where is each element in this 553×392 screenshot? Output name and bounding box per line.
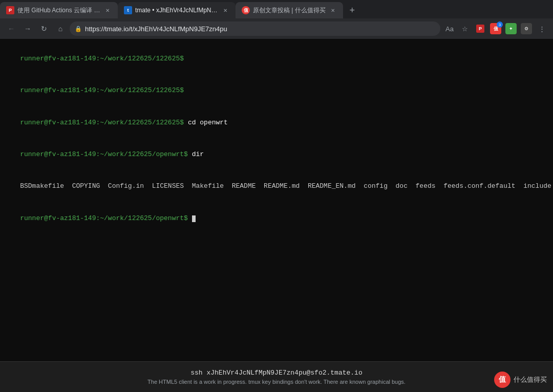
address-bar[interactable]: 🔒 https://tmate.io/t/xJhEhVr4JcNLfMpN9JE…	[70, 21, 440, 36]
extension-pf[interactable]: P	[473, 21, 487, 36]
tab-3-label: 原创文章投稿 | 什么值得买	[253, 6, 326, 15]
home-button[interactable]: ⌂	[53, 21, 68, 36]
terminal-line-5: BSDmakefile COPYING Config.in LICENSES M…	[0, 171, 553, 203]
tab-2-favicon-icon: t	[124, 6, 132, 14]
tab-bar: P 使用 GitHub Actions 云编译 Ope... ✕ t tmate…	[0, 0, 553, 18]
tab-3-favicon-icon: 值	[242, 6, 250, 14]
prompt-1: runner@fv-az181-149:~/work/122625/122625…	[20, 55, 184, 62]
command-3: cd openwrt	[184, 119, 228, 126]
browser-chrome: P 使用 GitHub Actions 云编译 Ope... ✕ t tmate…	[0, 0, 553, 39]
extension-dark[interactable]: ⚙	[519, 21, 534, 36]
reload-button[interactable]: ↻	[37, 21, 51, 36]
terminal-line-6: runner@fv-az181-149:~/work/122625/openwr…	[0, 203, 553, 234]
tab-1-close[interactable]: ✕	[103, 6, 112, 14]
tab-1-favicon: P	[6, 6, 14, 14]
status-note-text: The HTML5 client is a work in progress. …	[147, 379, 406, 385]
extension-pf-icon: P	[476, 25, 484, 33]
prompt-3: runner@fv-az181-149:~/work/122625/122625…	[20, 119, 184, 126]
extension-dark-icon: ⚙	[521, 23, 532, 34]
tab-1-favicon-icon: P	[6, 6, 14, 14]
extension-green-icon: ✦	[505, 23, 517, 34]
command-6	[188, 214, 192, 222]
tab-2-close[interactable]: ✕	[221, 6, 229, 14]
extension-red[interactable]: 值 3	[488, 21, 503, 36]
back-button[interactable]: ←	[4, 21, 18, 36]
tab-2-label: tmate • xJhEhVr4JcNLfMpN9JE7z...	[135, 7, 218, 14]
forward-button[interactable]: →	[20, 21, 35, 36]
brand-watermark: 值 什么值得买	[494, 372, 547, 388]
menu-button[interactable]: ⋮	[535, 21, 549, 36]
url-text: https://tmate.io/t/xJhEhVr4JcNLfMpN9JE7z…	[85, 25, 435, 33]
prompt-2: runner@fv-az181-149:~/work/122625/122625…	[20, 86, 184, 94]
tab-1-label: 使用 GitHub Actions 云编译 Ope...	[17, 6, 100, 15]
tab-2[interactable]: t tmate • xJhEhVr4JcNLfMpN9JE7z... ✕	[118, 2, 236, 18]
terminal-line-2: runner@fv-az181-149:~/work/122625/122625…	[0, 75, 553, 106]
tab-3[interactable]: 值 原创文章投稿 | 什么值得买 ✕	[236, 2, 343, 18]
nav-bar: ← → ↻ ⌂ 🔒 https://tmate.io/t/xJhEhVr4JcN…	[0, 18, 553, 39]
cursor	[192, 215, 196, 222]
lock-icon: 🔒	[75, 26, 82, 32]
tab-1[interactable]: P 使用 GitHub Actions 云编译 Ope... ✕	[0, 2, 118, 18]
output-5: BSDmakefile COPYING Config.in LICENSES M…	[20, 182, 553, 190]
terminal-line-4: runner@fv-az181-149:~/work/122625/openwr…	[0, 139, 553, 170]
terminal-line-3: runner@fv-az181-149:~/work/122625/122625…	[0, 107, 553, 139]
prompt-6: runner@fv-az181-149:~/work/122625/openwr…	[20, 214, 188, 222]
tab-3-close[interactable]: ✕	[329, 6, 337, 14]
brand-text: 什么值得买	[514, 375, 547, 384]
extension-badge: 3	[497, 21, 503, 28]
bookmark-button[interactable]: ☆	[458, 21, 472, 36]
prompt-4: runner@fv-az181-149:~/work/122625/openwr…	[20, 150, 188, 158]
translate-button[interactable]: Aa	[442, 21, 457, 36]
terminal-line-1: runner@fv-az181-149:~/work/122625/122625…	[0, 43, 553, 75]
extension-green[interactable]: ✦	[504, 21, 518, 36]
tab-2-favicon: t	[124, 6, 132, 14]
command-4: dir	[188, 150, 204, 158]
brand-logo: 值	[494, 372, 511, 388]
terminal-area: runner@fv-az181-149:~/work/122625/122625…	[0, 39, 553, 361]
ssh-command-text: ssh xJhEhVr4JcNLfMpN9JE7zn4pu@sfo2.tmate…	[190, 369, 362, 377]
tab-3-favicon: 值	[242, 6, 250, 14]
status-bar: ssh xJhEhVr4JcNLfMpN9JE7zn4pu@sfo2.tmate…	[0, 361, 553, 392]
browser-actions: Aa ☆ P 值 3 ✦ ⚙ ⋮	[442, 21, 549, 36]
new-tab-button[interactable]: +	[345, 3, 359, 17]
